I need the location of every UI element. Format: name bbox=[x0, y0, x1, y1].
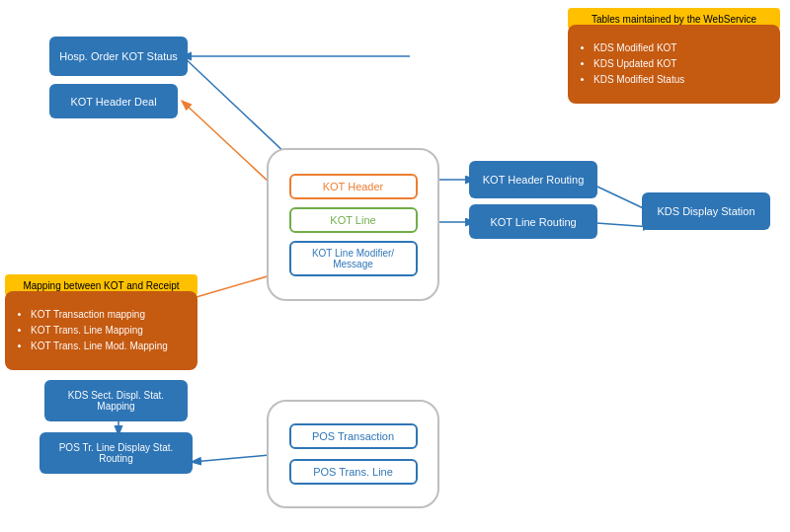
pos-transaction-node: POS Transaction bbox=[289, 423, 418, 449]
hosp-order-node: Hosp. Order KOT Status bbox=[49, 37, 188, 76]
kds-display-node: KDS Display Station bbox=[642, 192, 770, 230]
ws-item-3: KDS Modified Status bbox=[593, 72, 684, 88]
map-item-3: KOT Trans. Line Mod. Mapping bbox=[31, 339, 168, 354]
pos-tr-line-node: POS Tr. Line Display Stat. Routing bbox=[40, 432, 193, 474]
pos-trans-line-node: POS Trans. Line bbox=[289, 459, 418, 485]
kot-header-node: KOT Header bbox=[289, 174, 418, 199]
pos-container: POS Transaction POS Trans. Line bbox=[267, 400, 439, 508]
diagram: Tables maintained by the WebService KDS … bbox=[0, 0, 790, 532]
map-item-1: KOT Transaction mapping bbox=[31, 307, 168, 323]
kot-line-node: KOT Line bbox=[289, 207, 418, 233]
kot-header-deal-node: KOT Header Deal bbox=[49, 84, 178, 118]
webservice-list: KDS Modified KOT KDS Updated KOT KDS Mod… bbox=[568, 25, 780, 104]
kot-modifier-node: KOT Line Modifier/ Message bbox=[289, 241, 418, 276]
ws-item-2: KDS Updated KOT bbox=[593, 56, 684, 72]
kot-container: KOT Header KOT Line KOT Line Modifier/ M… bbox=[267, 148, 439, 301]
map-item-2: KOT Trans. Line Mapping bbox=[31, 323, 168, 339]
kds-sect-node: KDS Sect. Displ. Stat. Mapping bbox=[44, 380, 188, 421]
kot-line-routing-node: KOT Line Routing bbox=[469, 204, 597, 239]
mapping-list: KOT Transaction mapping KOT Trans. Line … bbox=[5, 291, 198, 370]
kot-header-routing-node: KOT Header Routing bbox=[469, 161, 597, 198]
ws-item-1: KDS Modified KOT bbox=[593, 40, 684, 56]
